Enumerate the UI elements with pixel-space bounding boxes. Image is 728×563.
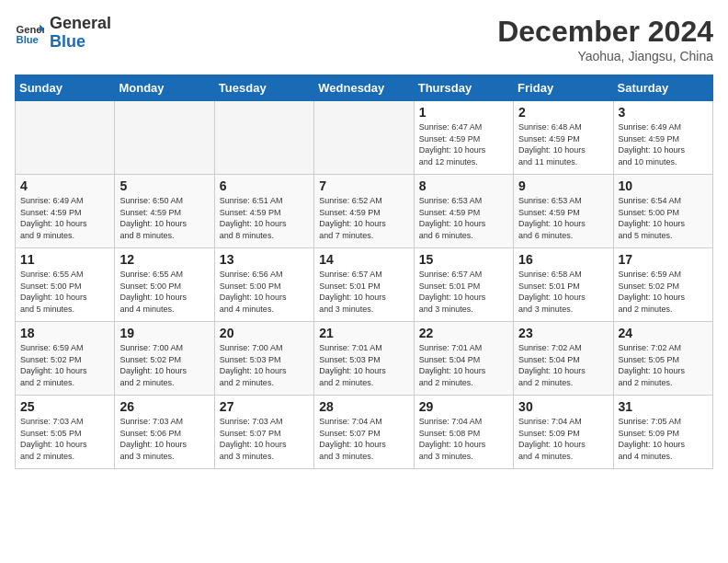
day-number: 18 [20,326,109,340]
day-number: 26 [119,399,209,414]
calendar-cell: 13Sunrise: 6:56 AMSunset: 5:00 PMDayligh… [214,248,313,322]
calendar-cell: 16Sunrise: 6:58 AMSunset: 5:01 PMDayligh… [514,248,613,322]
day-info: Sunrise: 6:59 AMSunset: 5:02 PMDaylight:… [619,269,708,315]
day-info: Sunrise: 6:49 AMSunset: 4:59 PMDaylight:… [20,195,109,241]
calendar-cell: 27Sunrise: 7:03 AMSunset: 5:07 PMDayligh… [214,396,313,469]
day-info: Sunrise: 7:02 AMSunset: 5:04 PMDaylight:… [518,342,608,388]
calendar-cell: 31Sunrise: 7:05 AMSunset: 5:09 PMDayligh… [613,396,712,469]
day-number: 11 [20,252,109,267]
header: General Blue General Blue December 2024 … [15,15,713,63]
day-number: 10 [619,178,708,193]
calendar-cell [115,101,214,175]
day-info: Sunrise: 6:59 AMSunset: 5:02 PMDaylight:… [20,342,109,388]
day-info: Sunrise: 7:05 AMSunset: 5:09 PMDaylight:… [619,416,708,462]
day-number: 8 [419,178,508,193]
calendar-cell: 22Sunrise: 7:01 AMSunset: 5:04 PMDayligh… [414,322,513,396]
week-row-3: 11Sunrise: 6:55 AMSunset: 5:00 PMDayligh… [16,248,713,322]
day-info: Sunrise: 7:03 AMSunset: 5:05 PMDaylight:… [20,416,109,462]
day-number: 21 [319,326,408,340]
day-info: Sunrise: 7:00 AMSunset: 5:02 PMDaylight:… [119,342,209,388]
calendar-cell: 9Sunrise: 6:53 AMSunset: 4:59 PMDaylight… [514,175,613,248]
calendar-cell: 12Sunrise: 6:55 AMSunset: 5:00 PMDayligh… [115,248,214,322]
calendar-cell: 5Sunrise: 6:50 AMSunset: 4:59 PMDaylight… [115,175,214,248]
calendar-cell: 1Sunrise: 6:47 AMSunset: 4:59 PMDaylight… [414,101,513,175]
week-row-2: 4Sunrise: 6:49 AMSunset: 4:59 PMDaylight… [16,175,713,248]
calendar-cell: 6Sunrise: 6:51 AMSunset: 4:59 PMDaylight… [214,175,313,248]
day-info: Sunrise: 7:01 AMSunset: 5:04 PMDaylight:… [419,342,508,388]
calendar-cell: 26Sunrise: 7:03 AMSunset: 5:06 PMDayligh… [115,396,214,469]
calendar-cell: 8Sunrise: 6:53 AMSunset: 4:59 PMDaylight… [414,175,513,248]
day-number: 16 [518,252,608,267]
col-header-monday: Monday [115,75,214,101]
day-number: 19 [119,326,209,340]
day-number: 24 [619,326,708,340]
day-number: 9 [518,178,608,193]
day-number: 1 [419,105,508,120]
week-row-5: 25Sunrise: 7:03 AMSunset: 5:05 PMDayligh… [16,396,713,469]
day-number: 3 [619,105,708,120]
calendar-cell: 2Sunrise: 6:48 AMSunset: 4:59 PMDaylight… [514,101,613,175]
col-header-friday: Friday [514,75,613,101]
day-info: Sunrise: 6:51 AMSunset: 4:59 PMDaylight:… [220,195,309,241]
day-info: Sunrise: 6:58 AMSunset: 5:01 PMDaylight:… [518,269,608,315]
day-number: 29 [419,399,508,414]
day-info: Sunrise: 6:50 AMSunset: 4:59 PMDaylight:… [119,195,209,241]
day-info: Sunrise: 7:02 AMSunset: 5:05 PMDaylight:… [619,342,708,388]
title-block: December 2024 Yaohua, Jiangsu, China [497,15,713,63]
calendar-cell: 21Sunrise: 7:01 AMSunset: 5:03 PMDayligh… [314,322,414,396]
day-info: Sunrise: 6:47 AMSunset: 4:59 PMDaylight:… [419,121,508,167]
week-row-1: 1Sunrise: 6:47 AMSunset: 4:59 PMDaylight… [16,101,713,175]
col-header-thursday: Thursday [414,75,513,101]
calendar-cell [314,101,414,175]
day-number: 25 [20,399,109,414]
day-info: Sunrise: 6:55 AMSunset: 5:00 PMDaylight:… [20,269,109,315]
col-header-sunday: Sunday [16,75,115,101]
calendar-cell: 29Sunrise: 7:04 AMSunset: 5:08 PMDayligh… [414,396,513,469]
day-number: 30 [518,399,608,414]
calendar-cell [16,101,115,175]
day-info: Sunrise: 6:54 AMSunset: 5:00 PMDaylight:… [619,195,708,241]
day-info: Sunrise: 6:48 AMSunset: 4:59 PMDaylight:… [518,121,608,167]
day-number: 22 [419,326,508,340]
day-info: Sunrise: 6:53 AMSunset: 4:59 PMDaylight:… [419,195,508,241]
calendar-cell: 19Sunrise: 7:00 AMSunset: 5:02 PMDayligh… [115,322,214,396]
calendar-cell: 20Sunrise: 7:00 AMSunset: 5:03 PMDayligh… [214,322,313,396]
day-info: Sunrise: 6:57 AMSunset: 5:01 PMDaylight:… [319,269,408,315]
day-info: Sunrise: 6:57 AMSunset: 5:01 PMDaylight:… [419,269,508,315]
day-number: 27 [220,399,309,414]
day-info: Sunrise: 6:49 AMSunset: 4:59 PMDaylight:… [619,121,708,167]
day-number: 15 [419,252,508,267]
calendar-cell: 7Sunrise: 6:52 AMSunset: 4:59 PMDaylight… [314,175,414,248]
logo-icon: General Blue [15,18,44,48]
calendar-cell: 15Sunrise: 6:57 AMSunset: 5:01 PMDayligh… [414,248,513,322]
day-number: 31 [619,399,708,414]
day-number: 13 [220,252,309,267]
day-info: Sunrise: 7:03 AMSunset: 5:06 PMDaylight:… [119,416,209,462]
calendar-cell: 10Sunrise: 6:54 AMSunset: 5:00 PMDayligh… [613,175,712,248]
calendar-cell: 23Sunrise: 7:02 AMSunset: 5:04 PMDayligh… [514,322,613,396]
day-info: Sunrise: 7:01 AMSunset: 5:03 PMDaylight:… [319,342,408,388]
day-number: 28 [319,399,408,414]
day-info: Sunrise: 6:55 AMSunset: 5:00 PMDaylight:… [119,269,209,315]
calendar-table: SundayMondayTuesdayWednesdayThursdayFrid… [15,75,713,469]
logo-text: General Blue [50,15,111,52]
day-info: Sunrise: 7:00 AMSunset: 5:03 PMDaylight:… [220,342,309,388]
calendar-cell: 4Sunrise: 6:49 AMSunset: 4:59 PMDaylight… [16,175,115,248]
calendar-cell: 17Sunrise: 6:59 AMSunset: 5:02 PMDayligh… [613,248,712,322]
calendar-cell: 3Sunrise: 6:49 AMSunset: 4:59 PMDaylight… [613,101,712,175]
day-number: 12 [119,252,209,267]
calendar-cell: 24Sunrise: 7:02 AMSunset: 5:05 PMDayligh… [613,322,712,396]
day-number: 17 [619,252,708,267]
col-header-wednesday: Wednesday [314,75,414,101]
day-info: Sunrise: 6:56 AMSunset: 5:00 PMDaylight:… [220,269,309,315]
header-row: SundayMondayTuesdayWednesdayThursdayFrid… [16,75,713,101]
day-info: Sunrise: 7:04 AMSunset: 5:07 PMDaylight:… [319,416,408,462]
day-number: 4 [20,178,109,193]
month-title: December 2024 [497,15,713,49]
calendar-cell: 11Sunrise: 6:55 AMSunset: 5:00 PMDayligh… [16,248,115,322]
week-row-4: 18Sunrise: 6:59 AMSunset: 5:02 PMDayligh… [16,322,713,396]
svg-text:Blue: Blue [17,34,39,45]
day-number: 6 [220,178,309,193]
calendar-cell: 14Sunrise: 6:57 AMSunset: 5:01 PMDayligh… [314,248,414,322]
day-info: Sunrise: 6:53 AMSunset: 4:59 PMDaylight:… [518,195,608,241]
